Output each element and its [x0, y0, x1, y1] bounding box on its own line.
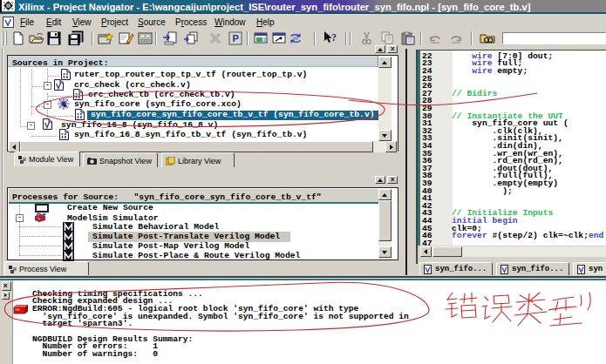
svg-text:?: ?	[331, 31, 337, 44]
svg-text:P: P	[233, 33, 239, 44]
